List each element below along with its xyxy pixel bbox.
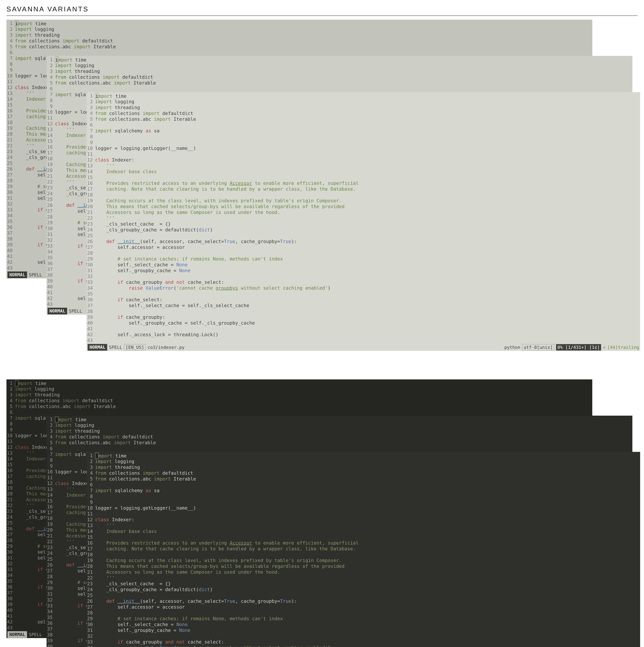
light-variant-stack: 1234567891011121314151617181920212223242… [6, 20, 638, 356]
editor-body[interactable]: 1234567891011121314151617181920212223242… [87, 452, 640, 647]
mode-indicator: NORMAL [7, 272, 27, 278]
spell-label: SPELL [29, 272, 42, 278]
mode-indicator: NORMAL [7, 631, 27, 638]
line-number-gutter: 1234567891011121314151617181920212223242… [7, 380, 15, 631]
filepath: co3/indexer.py [147, 345, 184, 350]
code-area[interactable]: import timeimport loggingimport threadin… [95, 93, 639, 343]
line-number-gutter: 1234567891011121314151617181920212223242… [87, 453, 95, 647]
line-number-gutter: 1234567891011121314151617181920212223242… [47, 57, 55, 307]
trailing-glyph: ¤ [603, 345, 606, 350]
line-number-gutter: 1234567891011121314151617181920212223242… [7, 20, 15, 271]
editor-body[interactable]: 1234567891011121314151617181920212223242… [87, 92, 640, 344]
mode-indicator: NORMAL [88, 344, 107, 351]
spell-lang: [EN_US] [124, 344, 146, 351]
spell-label: SPELL [29, 632, 42, 637]
title-rule [6, 15, 638, 16]
filetype: python [504, 345, 520, 350]
spell-label: SPELL [109, 345, 122, 350]
mode-indicator: NORMAL [48, 308, 67, 314]
editor-window-light-3: 1234567891011121314151617181920212223242… [87, 92, 640, 351]
editor-window-dark-3: 1234567891011121314151617181920212223242… [87, 452, 640, 647]
dark-variant-stack: 1234567891011121314151617181920212223242… [6, 379, 638, 647]
line-number-gutter: 1234567891011121314151617181920212223242… [47, 416, 55, 647]
status-bar: NORMAL SPELL [EN_US] co3/indexer.py pyth… [87, 344, 640, 351]
trailing-indicator: [44]trailing [607, 345, 639, 350]
encoding: utf-8[unix] [522, 344, 554, 351]
spell-label: SPELL [69, 308, 82, 314]
line-number-gutter: 1234567891011121314151617181920212223242… [87, 93, 95, 343]
code-area[interactable]: import timeimport loggingimport threadin… [95, 453, 639, 647]
page-title: SAVANNA VARIANTS [6, 5, 638, 13]
position: 0% [1/431+] [1¢] [556, 344, 601, 351]
